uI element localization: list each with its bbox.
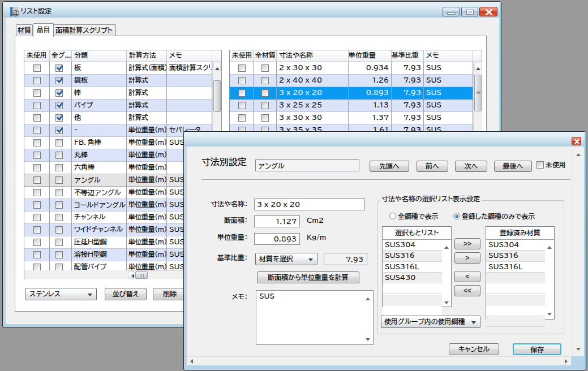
svg-text:4: 4 <box>14 10 18 16</box>
